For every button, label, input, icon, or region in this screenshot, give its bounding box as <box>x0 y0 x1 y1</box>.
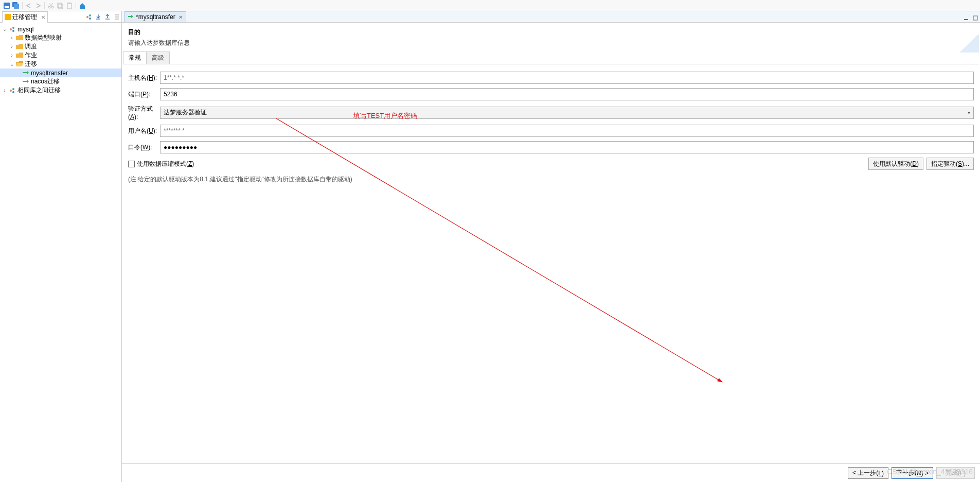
editor-panel: *mysqltransfer ✕ 目的 请输入达梦数据库信息 常规 高级 主机名… <box>122 11 980 482</box>
auth-value: 达梦服务器验证 <box>164 108 207 117</box>
tree-item-nacos[interactable]: nacos迁移 <box>0 77 121 86</box>
collapse-toggle[interactable]: ⌄ <box>8 61 15 67</box>
host-input[interactable] <box>160 72 974 84</box>
tree-label: 迁移 <box>25 60 37 68</box>
tree-item-datatype[interactable]: › 数据类型映射 <box>0 33 121 42</box>
svg-point-15 <box>12 27 14 29</box>
folder-icon <box>15 34 24 42</box>
panel-tab-migration[interactable]: 迁移管理 ✕ <box>2 11 48 23</box>
tree-label: 作业 <box>25 51 37 60</box>
host-label: 主机名(H): <box>128 74 160 82</box>
tree-label: 数据类型映射 <box>25 33 62 42</box>
svg-point-14 <box>10 28 12 30</box>
pw-label: 口令(W): <box>128 143 160 152</box>
form-header: 目的 请输入达梦数据库信息 <box>122 23 980 51</box>
cluster-icon <box>8 87 16 95</box>
left-panel: 迁移管理 ✕ ⌄ mysql › 数据类型映射 › 调度 <box>0 11 122 482</box>
save-icon[interactable] <box>2 1 11 10</box>
tab-general[interactable]: 常规 <box>123 51 147 64</box>
tree-label: nacos迁移 <box>31 77 60 86</box>
folder-open-icon <box>15 60 24 68</box>
svg-rect-20 <box>964 19 968 20</box>
cluster-icon <box>8 25 16 33</box>
app-toolbar <box>0 0 980 11</box>
tree-item-schedule[interactable]: › 调度 <box>0 42 121 51</box>
svg-point-13 <box>89 18 91 20</box>
header-decoration <box>958 35 979 53</box>
svg-rect-1 <box>5 6 9 8</box>
svg-point-16 <box>12 30 14 32</box>
form-tabs: 常规 高级 <box>123 51 979 64</box>
tab-advanced[interactable]: 高级 <box>146 51 170 64</box>
editor-tabbar: *mysqltransfer ✕ <box>122 11 980 23</box>
svg-rect-8 <box>67 3 72 9</box>
cut-icon[interactable] <box>46 1 56 10</box>
expand-toggle[interactable]: › <box>1 88 8 93</box>
tree-item-migration[interactable]: ⌄ 迁移 <box>0 60 121 68</box>
wizard-footer: < 上一步(L) 下一步(N) > 完成(F) <box>122 463 980 482</box>
svg-rect-3 <box>14 4 19 9</box>
transfer-icon <box>22 78 30 86</box>
tree-root-samedb[interactable]: › 相同库之间迁移 <box>0 86 121 95</box>
user-label: 用户名(U): <box>128 127 160 135</box>
tree-root-mysql[interactable]: ⌄ mysql <box>0 25 121 33</box>
save-all-icon[interactable] <box>11 1 21 10</box>
home-icon[interactable] <box>78 1 87 10</box>
svg-point-18 <box>12 88 14 90</box>
collapse-icon[interactable] <box>113 13 121 21</box>
svg-point-19 <box>12 91 14 93</box>
undo-icon[interactable] <box>24 1 33 10</box>
back-button[interactable]: < 上一步(L) <box>848 467 888 479</box>
collapse-toggle[interactable]: ⌄ <box>1 26 8 32</box>
expand-toggle[interactable]: › <box>8 53 15 58</box>
editor-tab-mysqltransfer[interactable]: *mysqltransfer ✕ <box>124 11 186 22</box>
svg-point-12 <box>89 14 91 16</box>
password-input[interactable] <box>160 141 974 153</box>
driver-note: (注:给定的默认驱动版本为8.1,建议通过"指定驱动"修改为所连接数据库自带的驱… <box>128 175 974 184</box>
tree-item-job[interactable]: › 作业 <box>0 51 121 60</box>
select-driver-button[interactable]: 指定驱动(S)... <box>926 158 974 170</box>
svg-rect-10 <box>5 14 11 20</box>
svg-point-17 <box>10 90 12 92</box>
maximize-icon[interactable] <box>971 14 979 22</box>
tree-label: 调度 <box>25 42 37 51</box>
tree-label: 相同库之间迁移 <box>17 86 61 95</box>
editor-tab-label: *mysqltransfer <box>136 13 175 21</box>
compress-checkbox[interactable] <box>128 161 135 167</box>
wizard-form: 目的 请输入达梦数据库信息 常规 高级 主机名(H): 端口(P): 验证方式(… <box>122 23 980 482</box>
import-icon[interactable] <box>94 13 102 21</box>
expand-toggle[interactable]: › <box>8 35 15 41</box>
chevron-down-icon: ▾ <box>968 110 970 115</box>
minimize-icon[interactable] <box>962 14 970 22</box>
auth-label: 验证方式(A): <box>128 105 160 120</box>
svg-rect-7 <box>59 4 63 9</box>
user-input[interactable] <box>160 125 974 137</box>
redo-icon[interactable] <box>33 1 43 10</box>
port-input[interactable] <box>160 88 974 100</box>
svg-rect-6 <box>58 3 62 8</box>
close-icon[interactable]: ✕ <box>41 14 45 20</box>
tree-item-mysqltransfer[interactable]: mysqltransfer <box>0 68 121 77</box>
form-title: 目的 <box>128 28 974 37</box>
finish-button: 完成(F) <box>936 467 975 479</box>
main-area: 迁移管理 ✕ ⌄ mysql › 数据类型映射 › 调度 <box>0 11 980 482</box>
copy-icon[interactable] <box>56 1 65 10</box>
form-subtitle: 请输入达梦数据库信息 <box>128 39 974 47</box>
panel-tab-label: 迁移管理 <box>12 13 37 21</box>
close-icon[interactable]: ✕ <box>179 14 183 20</box>
svg-rect-21 <box>973 16 977 20</box>
svg-rect-9 <box>68 3 70 4</box>
toolbar-separator <box>44 2 45 9</box>
tree-label: mysql <box>17 26 33 33</box>
expand-toggle[interactable]: › <box>8 44 15 49</box>
paste-icon[interactable] <box>65 1 74 10</box>
toolbar-separator <box>76 2 76 9</box>
export-icon[interactable] <box>103 13 112 21</box>
auth-select[interactable]: 达梦服务器验证 ▾ <box>160 107 974 119</box>
tree-label: mysqltransfer <box>31 70 68 77</box>
default-driver-button[interactable]: 使用默认驱动(D) <box>868 158 923 170</box>
form-body: 主机名(H): 端口(P): 验证方式(A): 达梦服务器验证 ▾ 用户名(U)… <box>122 64 980 187</box>
next-button[interactable]: 下一步(N) > <box>892 467 933 479</box>
folder-icon <box>15 43 24 51</box>
cluster-icon[interactable] <box>85 13 93 21</box>
